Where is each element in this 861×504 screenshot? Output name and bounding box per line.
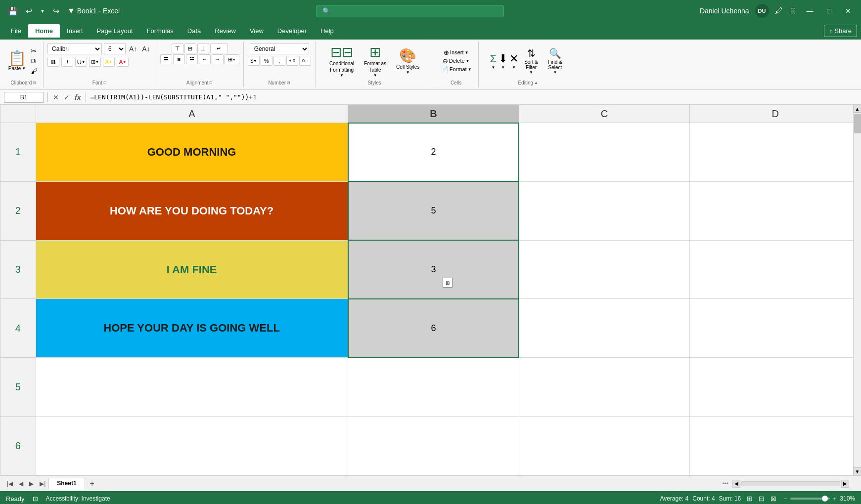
tab-formulas[interactable]: Formulas — [140, 24, 181, 38]
cell-a5[interactable] — [36, 358, 348, 417]
font-size-select[interactable]: 6 — [104, 43, 126, 54]
row-header-3[interactable]: 3 — [0, 240, 36, 299]
tab-file[interactable]: File — [4, 24, 28, 38]
cell-d1[interactable] — [690, 123, 861, 182]
cell-d2[interactable] — [690, 181, 861, 240]
scrollbar-vertical[interactable]: ▲ ▼ — [853, 105, 861, 475]
decrease-indent-button[interactable]: ← — [199, 54, 211, 64]
autosum-dropdown[interactable]: ▼ — [491, 65, 495, 70]
share-button[interactable]: ↑ Share — [824, 25, 857, 37]
cell-c2[interactable] — [519, 181, 690, 240]
autosum-button[interactable]: Σ ▼ — [490, 52, 497, 70]
percent-button[interactable]: % — [261, 56, 272, 66]
clipboard-label[interactable]: Clipboard ⊡ — [11, 79, 37, 86]
cell-d3[interactable] — [690, 240, 861, 299]
decimal-increase-button[interactable]: +.0 — [286, 56, 298, 66]
search-box[interactable]: 🔍 — [316, 5, 504, 17]
tab-view[interactable]: View — [243, 24, 271, 38]
pen-icon[interactable]: 🖊 — [775, 6, 783, 15]
cell-b4[interactable]: 6 — [348, 299, 519, 358]
editing-collapse-icon[interactable]: ▲ — [534, 81, 538, 85]
col-header-c[interactable]: C — [519, 105, 690, 123]
zoom-out-button[interactable]: － — [782, 495, 788, 503]
page-layout-view-button[interactable]: ⊟ — [757, 494, 767, 504]
cell-a1[interactable]: GOOD MORNING — [36, 123, 348, 182]
maximize-button[interactable]: □ — [823, 5, 835, 17]
clear-button[interactable]: ✕ ▼ — [509, 52, 518, 70]
cell-c6[interactable] — [519, 417, 690, 475]
insert-button[interactable]: ⊕ Insert ▼ — [444, 49, 468, 56]
hscroll-right-button[interactable]: ▶ — [841, 480, 849, 488]
increase-indent-button[interactable]: → — [212, 54, 224, 64]
sheet-nav-first[interactable]: |◀ — [4, 478, 16, 489]
page-break-view-button[interactable]: ⊠ — [769, 494, 778, 504]
tab-data[interactable]: Data — [181, 24, 208, 38]
save-icon[interactable]: 💾 — [6, 5, 20, 17]
wrap-text-button[interactable]: ↵ — [210, 43, 228, 53]
tab-developer[interactable]: Developer — [271, 24, 314, 38]
cell-a3[interactable]: I AM FINE — [36, 240, 348, 299]
cell-c1[interactable] — [519, 123, 690, 182]
cell-a4[interactable]: HOPE YOUR DAY IS GOING WELL — [36, 299, 348, 358]
insert-dropdown[interactable]: ▼ — [464, 50, 468, 55]
format-painter-button[interactable]: 🖌 — [29, 67, 39, 76]
format-button[interactable]: 📄 Format ▼ — [441, 66, 472, 73]
clear-dropdown[interactable]: ▼ — [512, 65, 516, 70]
cut-button[interactable]: ✂ — [29, 46, 39, 55]
cell-d6[interactable] — [690, 417, 861, 475]
conditional-formatting-button[interactable]: ⊟⊟ ConditionalFormatting ▼ — [325, 43, 358, 78]
cell-styles-button[interactable]: 🎨 Cell Styles ▼ — [392, 43, 423, 78]
formula-input[interactable] — [90, 93, 857, 101]
font-size-decrease-button[interactable]: A↓ — [140, 44, 151, 54]
zoom-slider[interactable] — [790, 498, 830, 500]
number-format-select[interactable]: General — [250, 43, 309, 54]
tab-insert[interactable]: Insert — [60, 24, 90, 38]
scroll-up-button[interactable]: ▲ — [854, 105, 861, 113]
fill-button[interactable]: ⬇ ▼ — [498, 52, 507, 70]
cell-b5[interactable] — [348, 358, 519, 417]
add-sheet-button[interactable]: + — [86, 477, 98, 490]
bold-button[interactable]: B — [47, 57, 59, 67]
font-name-select[interactable]: Calibri — [47, 43, 102, 54]
paste-dropdown[interactable]: ▼ — [22, 66, 26, 71]
scroll-down-button[interactable]: ▼ — [854, 467, 861, 475]
redo-icon[interactable]: ↪ — [51, 5, 61, 17]
scroll-thumb[interactable] — [854, 114, 861, 133]
sort-filter-dropdown[interactable]: ▼ — [529, 70, 533, 75]
cell-reference-box[interactable] — [4, 92, 44, 103]
clipboard-expand-icon[interactable]: ⊡ — [33, 81, 36, 85]
find-select-button[interactable]: 🔍 Find &Select ▼ — [544, 46, 566, 76]
cell-b6[interactable] — [348, 417, 519, 475]
cell-styles-dropdown[interactable]: ▼ — [406, 70, 410, 75]
normal-view-button[interactable]: ⊞ — [745, 494, 755, 504]
zoom-in-button[interactable]: ＋ — [832, 495, 838, 503]
format-as-table-button[interactable]: ⊞ Format asTable ▼ — [360, 43, 390, 78]
tab-home[interactable]: Home — [28, 24, 60, 38]
tab-help[interactable]: Help — [314, 24, 341, 38]
col-header-a[interactable]: A — [36, 105, 348, 123]
paste-button[interactable]: 📋 Paste ▼ — [8, 51, 26, 71]
undo-dropdown-icon[interactable]: ▼ — [38, 7, 47, 15]
align-middle-button[interactable]: ⊟ — [184, 43, 196, 53]
minimize-button[interactable]: — — [803, 5, 817, 17]
merge-button[interactable]: ⊞▼ — [225, 54, 239, 64]
font-label[interactable]: Font ⊡ — [92, 79, 107, 86]
cell-b2[interactable]: 5 — [348, 181, 519, 240]
cell-c3[interactable] — [519, 240, 690, 299]
col-header-d[interactable]: D — [690, 105, 861, 123]
number-label[interactable]: Number ⊡ — [268, 79, 290, 86]
align-left-button[interactable]: ☰ — [160, 54, 172, 64]
comma-button[interactable]: , — [273, 56, 285, 66]
cell-d5[interactable] — [690, 358, 861, 417]
number-expand-icon[interactable]: ⊡ — [287, 81, 290, 85]
function-icon[interactable]: fx — [74, 92, 82, 102]
underline-button[interactable]: U▼ — [75, 57, 87, 67]
tab-page-layout[interactable]: Page Layout — [90, 24, 140, 38]
col-header-b[interactable]: B — [348, 105, 519, 123]
align-right-button[interactable]: ☱ — [186, 54, 198, 64]
confirm-formula-icon[interactable]: ✓ — [63, 92, 71, 102]
currency-button[interactable]: $▼ — [248, 56, 260, 66]
border-button[interactable]: ⊞▼ — [89, 57, 101, 67]
fill-color-button[interactable]: A▼ — [103, 57, 115, 67]
qa-more-icon[interactable]: ▼ — [65, 5, 77, 16]
